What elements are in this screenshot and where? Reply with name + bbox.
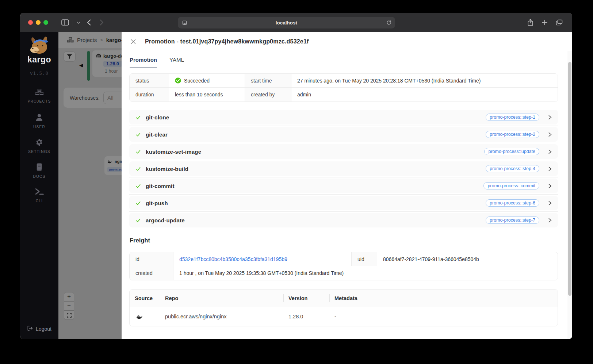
chevron-down-icon[interactable] <box>77 22 80 24</box>
step-row-git-commit[interactable]: git-commit promo-process::commit <box>129 179 558 193</box>
kargo-logo[interactable]: kargo <box>27 37 51 65</box>
freight-artifacts-table: Source Repo Version Metadata public.ecr.… <box>129 289 558 326</box>
tab-overview-icon[interactable] <box>556 19 563 26</box>
sidebar-item-label: USER <box>33 125 45 129</box>
close-icon[interactable] <box>131 39 136 44</box>
check-icon <box>135 183 141 189</box>
duration-label: duration <box>130 88 169 101</box>
modal-header: Promotion - test.01jvq37py4jhew8kwwmkgp0… <box>122 32 572 51</box>
toolbar-left-group <box>61 19 104 26</box>
traffic-lights <box>28 20 48 25</box>
chevron-right-icon[interactable] <box>548 184 552 188</box>
freight-id-link[interactable]: d532e1f7bcc80bc4b3580c4a35c3fbfa31d195b9 <box>179 256 287 262</box>
step-row-kustomize-build[interactable]: kustomize-build promo-process::step-4 <box>129 161 558 176</box>
app-sidebar: kargo v1.5.0 PROJECTS USER <box>20 32 58 339</box>
artifact-version: 1.28.0 <box>283 314 329 319</box>
freight-table: id d532e1f7bcc80bc4b3580c4a35c3fbfa31d19… <box>129 252 558 280</box>
toolbar-divider <box>73 20 73 26</box>
promotion-steps-list: git-clone promo-process::step-1 git-clea… <box>129 110 558 227</box>
sidebar-toggle-icon[interactable] <box>61 19 69 26</box>
modal-body: status Succeeded start time 27 minutes a… <box>122 69 572 339</box>
step-row-kustomize-set-image[interactable]: kustomize-set-image promo-process::updat… <box>129 144 558 159</box>
forward-icon[interactable] <box>100 19 104 26</box>
step-divider <box>129 177 558 177</box>
chevron-right-icon[interactable] <box>548 166 552 171</box>
freight-heading: Freight <box>130 237 558 244</box>
created-by-label: created by <box>245 88 291 101</box>
start-time-value: 27 minutes ago, on Tue May 20 2025 20:28… <box>291 74 558 88</box>
step-divider <box>129 160 558 160</box>
sidebar-item-user[interactable]: USER <box>33 113 45 138</box>
sidebar-item-label: PROJECTS <box>28 99 51 103</box>
sidebar-item-docs[interactable]: DOCS <box>33 163 45 188</box>
column-header-metadata: Metadata <box>329 295 558 301</box>
table-row: public.ecr.aws/nginx/nginx 1.28.0 - <box>130 307 558 326</box>
tab-yaml[interactable]: YAML <box>169 51 184 68</box>
book-icon <box>35 163 43 173</box>
step-divider <box>129 194 558 195</box>
modal-tabs: Promotion YAML <box>122 51 572 68</box>
status-label: status <box>130 74 169 88</box>
step-badge: promo-process::step-2 <box>486 131 539 138</box>
sidebar-item-label: SETTINGS <box>28 150 50 154</box>
status-value: Succeeded <box>169 74 245 88</box>
check-icon <box>135 200 141 206</box>
share-icon[interactable] <box>527 19 533 26</box>
back-icon[interactable] <box>87 19 91 26</box>
kangaroo-mascot-icon <box>28 37 50 54</box>
chevron-right-icon[interactable] <box>548 218 552 223</box>
browser-toolbar: localhost <box>20 13 572 32</box>
column-header-repo: Repo <box>160 295 283 301</box>
step-row-git-clear[interactable]: git-clear promo-process::step-2 <box>129 127 558 142</box>
sidebar-item-label: DOCS <box>33 175 45 179</box>
maximize-window-button[interactable] <box>43 20 48 25</box>
sidebar-item-projects[interactable]: PROJECTS <box>28 88 51 113</box>
new-tab-icon[interactable] <box>542 20 547 25</box>
step-row-git-clone[interactable]: git-clone promo-process::step-1 <box>129 110 558 124</box>
check-icon <box>135 218 141 223</box>
step-divider <box>129 143 558 143</box>
step-badge: promo-process::step-4 <box>486 165 539 172</box>
chevron-right-icon[interactable] <box>548 132 552 137</box>
start-time-label: start time <box>245 74 291 88</box>
reload-icon[interactable] <box>386 20 391 25</box>
modal-scrollbar-track[interactable] <box>567 51 572 339</box>
close-window-button[interactable] <box>28 20 33 25</box>
logout-icon <box>27 326 33 332</box>
chevron-right-icon[interactable] <box>548 115 552 120</box>
duration-value: less than 10 seconds <box>169 88 245 101</box>
tab-promotion[interactable]: Promotion <box>130 51 157 68</box>
artifact-metadata: - <box>329 314 558 319</box>
step-divider <box>129 126 558 126</box>
address-bar[interactable]: localhost <box>178 17 395 28</box>
boxes-icon <box>35 88 44 97</box>
step-divider <box>129 211 558 212</box>
freight-created-label: created <box>130 266 173 280</box>
step-badge: promo-process::update <box>484 148 539 155</box>
check-icon <box>135 132 141 137</box>
sidebar-item-cli[interactable]: CLI <box>35 188 44 212</box>
user-icon <box>35 113 43 123</box>
step-row-argocd-update[interactable]: argocd-update promo-process::step-7 <box>129 213 558 227</box>
artifact-repo: public.ecr.aws/nginx/nginx <box>160 314 283 319</box>
step-badge: promo-process::step-6 <box>486 199 539 207</box>
step-row-git-push[interactable]: git-push promo-process::step-6 <box>129 196 558 210</box>
sidebar-item-settings[interactable]: SETTINGS <box>28 138 50 163</box>
logout-label: Logout <box>36 326 51 332</box>
terminal-icon <box>35 188 44 197</box>
check-icon <box>135 149 141 154</box>
kargo-wordmark: kargo <box>27 55 51 65</box>
toolbar-right-group <box>527 13 563 32</box>
logout-button[interactable]: Logout <box>27 326 51 332</box>
success-check-icon <box>175 77 181 84</box>
column-header-source: Source <box>130 295 160 301</box>
gear-icon <box>35 138 43 148</box>
sidebar-item-label: CLI <box>36 199 43 203</box>
sidebar-nav: PROJECTS USER SETTINGS <box>28 88 51 212</box>
chevron-right-icon[interactable] <box>548 149 552 154</box>
check-icon <box>135 115 141 120</box>
modal-scrollbar-thumb[interactable] <box>568 62 571 296</box>
chevron-right-icon[interactable] <box>548 201 552 206</box>
minimize-window-button[interactable] <box>36 20 41 25</box>
step-badge: promo-process::step-7 <box>486 217 539 224</box>
